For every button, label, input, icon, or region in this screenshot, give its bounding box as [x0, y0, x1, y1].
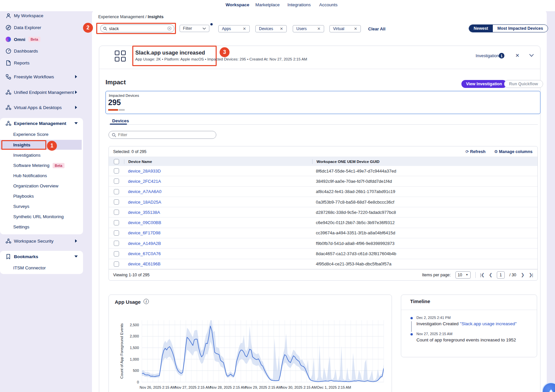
filter-chip-devices[interactable]: Devices✕ — [255, 25, 287, 32]
device-name-link[interactable]: device_6F17D98 — [124, 230, 312, 235]
filter-chip-users[interactable]: Users✕ — [293, 25, 324, 32]
impact-heading: Impact — [106, 79, 126, 86]
sidebar-item-itsm-connector[interactable]: ITSM Connector — [0, 263, 83, 273]
manage-columns-button[interactable]: ⚙ Manage columns — [494, 149, 533, 154]
row-checkbox[interactable] — [114, 261, 119, 267]
device-name-link[interactable]: device_28A933D — [124, 169, 312, 174]
investigations-link[interactable]: Investigations — [476, 54, 501, 58]
collapse-chevron-icon[interactable] — [529, 54, 534, 57]
sidebar-group-experience-management: Experience Management Experience Score I… — [0, 118, 83, 234]
sidebar-item-settings[interactable]: Settings — [0, 222, 83, 232]
view-investigation-button[interactable]: View Investigation — [461, 80, 507, 88]
clear-all-button[interactable]: Clear All — [368, 26, 385, 31]
device-guid: f9b0fb7d-541d-a8a8-4f96-9e8398992873 — [312, 241, 537, 246]
timeline-investigation-link[interactable]: "Slack.app usage increased" — [460, 321, 517, 326]
sidebar-item-bookmarks[interactable]: Bookmarks — [0, 252, 83, 261]
sidebar-item-dashboards[interactable]: Dashboards — [0, 46, 83, 56]
chevron-right-icon — [75, 106, 77, 109]
remove-chip-icon[interactable]: ✕ — [280, 26, 283, 31]
column-header-device-name[interactable]: Device Name — [124, 160, 312, 164]
sidebar-item-experience-management[interactable]: Experience Management — [0, 118, 83, 128]
tab-marketplace[interactable]: Marketplace — [255, 2, 280, 7]
sidebar-item-investigations[interactable]: Investigations — [0, 150, 83, 160]
investigations-count-badge: 1 — [499, 53, 504, 59]
sidebar-item-organization-overview[interactable]: Organization Overview — [0, 181, 83, 191]
sidebar-item-data-explorer[interactable]: Data Explorer — [0, 22, 83, 32]
current-page-box[interactable]: 1 — [497, 271, 505, 279]
row-checkbox[interactable] — [114, 230, 119, 236]
table-filter-input[interactable] — [118, 133, 213, 137]
sidebar-item-workspace-security[interactable]: Workspace Security — [0, 236, 83, 246]
app-usage-title: App Usage — [115, 299, 141, 305]
first-page-button[interactable]: |❮ — [480, 272, 484, 277]
breadcrumb-parent[interactable]: Experience Management — [98, 15, 144, 19]
device-name-link[interactable]: device_4E6196B — [124, 261, 312, 266]
info-icon[interactable]: i — [144, 299, 149, 304]
device-name-link[interactable]: device_A149A2B — [124, 241, 312, 246]
refresh-button[interactable]: ⟳ Refresh — [465, 149, 486, 154]
row-checkbox[interactable] — [114, 220, 119, 225]
device-name-link[interactable]: device_09C00BB — [124, 220, 312, 225]
remove-chip-icon[interactable]: ✕ — [354, 26, 357, 31]
sidebar-item-omni[interactable]: Omni Beta — [0, 34, 83, 44]
items-per-page-select[interactable]: 10▼ — [455, 271, 471, 279]
device-name-link[interactable]: device_2FC421A — [124, 179, 312, 184]
annotation-circle-2: 2 — [83, 23, 93, 33]
last-page-button[interactable]: ❯| — [529, 272, 533, 277]
chevron-right-icon — [75, 75, 77, 78]
filter-chip-virtual[interactable]: Virtual✕ — [329, 25, 361, 32]
tab-workspace[interactable]: Workspace — [226, 2, 249, 7]
row-checkbox[interactable] — [114, 189, 119, 194]
insight-search-box — [100, 24, 174, 32]
row-checkbox[interactable] — [114, 251, 119, 256]
search-icon — [103, 26, 107, 31]
row-checkbox[interactable] — [114, 241, 119, 246]
tab-integrations[interactable]: Integrations — [287, 2, 311, 7]
clear-search-icon[interactable] — [167, 26, 171, 31]
tab-devices[interactable]: Devices — [112, 118, 129, 123]
select-all-checkbox[interactable] — [114, 159, 119, 164]
sidebar-item-synthetic-url-monitoring[interactable]: Synthetic URL Monitoring — [0, 212, 83, 222]
row-checkbox[interactable] — [114, 168, 119, 174]
sidebar-item-playbooks[interactable]: Playbooks — [0, 191, 83, 201]
table-row: device_2FC421A38492c9f-aa0e-70ae-fd7f-0d… — [109, 176, 537, 186]
remove-chip-icon[interactable]: ✕ — [243, 26, 246, 31]
sidebar-item-freestyle-workflows[interactable]: Freestyle Workflows — [0, 72, 83, 82]
sidebar-group-bookmarks: Bookmarks ITSM Connector — [0, 251, 83, 274]
sidebar-item-reports[interactable]: Reports — [0, 58, 83, 68]
device-name-link[interactable]: device_355138A — [124, 210, 312, 215]
chevron-down-icon — [74, 122, 78, 124]
row-checkbox[interactable] — [114, 199, 119, 205]
device-name-link[interactable]: device_67C0A76 — [124, 251, 312, 256]
sidebar-item-surveys[interactable]: Surveys — [0, 201, 83, 212]
remove-chip-icon[interactable]: ✕ — [317, 26, 320, 31]
cluster-icon — [5, 238, 11, 244]
table-row: device_4E6196B4f95d8c4-ce21-3f53-f4ab-db… — [109, 259, 537, 269]
previous-page-button[interactable]: ❮ — [489, 272, 492, 277]
tab-active-underline — [110, 124, 127, 125]
cluster-icon — [5, 120, 11, 126]
filter-dropdown[interactable]: Filter — [180, 25, 209, 32]
row-checkbox[interactable] — [114, 178, 119, 184]
next-page-button[interactable]: ❯ — [521, 272, 524, 277]
device-name-link[interactable]: device_A7AA6A0 — [124, 189, 312, 194]
device-name-link[interactable]: device_18AD25A — [124, 200, 312, 205]
sidebar-item-experience-score[interactable]: Experience Score — [0, 129, 83, 139]
close-icon[interactable]: ✕ — [515, 53, 520, 59]
search-input[interactable] — [109, 26, 167, 31]
filter-chip-apps[interactable]: Apps✕ — [218, 25, 250, 32]
sidebar-item-unified-endpoint-management[interactable]: Unified Endpoint Management — [0, 87, 83, 97]
sort-newest-button[interactable]: Newest — [469, 25, 493, 32]
sidebar-item-software-metering[interactable]: Software MeteringBeta — [0, 160, 83, 171]
device-guid: 38492c9f-aa0e-70ae-fd7f-0dfdd7de1f4d — [312, 179, 537, 184]
timeline-entry-text: Investigation Created "Slack.app usage i… — [416, 321, 517, 326]
sort-most-impacted-button[interactable]: Most Impacted Devices — [493, 25, 548, 32]
row-checkbox[interactable] — [114, 210, 119, 215]
run-quickflow-button[interactable]: Run Quickflow — [504, 80, 543, 88]
sidebar-item-virtual-apps-desktops[interactable]: Virtual Apps & Desktops — [0, 102, 83, 112]
table-header-row: Device Name Workspace ONE UEM Device GUI… — [109, 157, 537, 166]
sidebar-item-my-workspace[interactable]: My Workspace — [0, 11, 83, 20]
tab-accounts[interactable]: Accounts — [319, 2, 338, 7]
sidebar-item-hub-notifications[interactable]: Hub Notifications — [0, 171, 83, 181]
column-header-guid[interactable]: Workspace ONE UEM Device GUID — [313, 160, 537, 164]
